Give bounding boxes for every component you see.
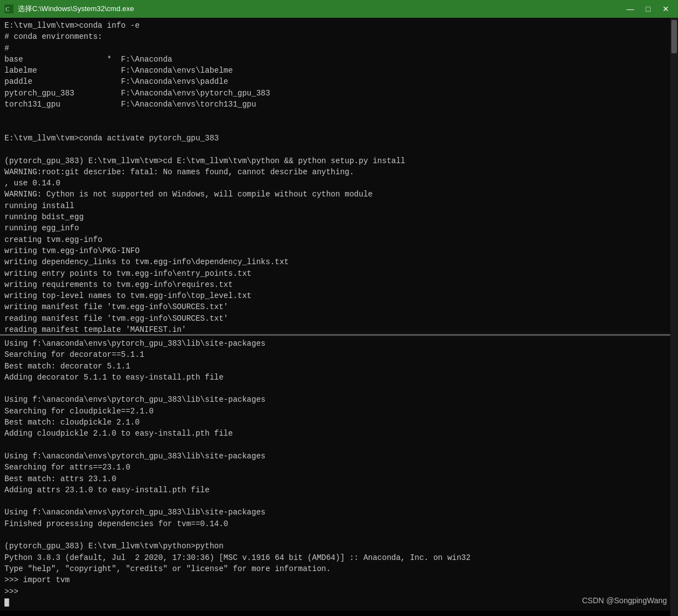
scrollbar-thumb[interactable] bbox=[671, 20, 677, 53]
maximize-button[interactable]: □ bbox=[640, 3, 656, 15]
terminal-container: E:\tvm_llvm\tvm>conda info -e # conda en… bbox=[0, 18, 678, 616]
minimize-button[interactable]: — bbox=[623, 3, 638, 15]
terminal-main: E:\tvm_llvm\tvm>conda info -e # conda en… bbox=[0, 18, 670, 616]
terminal-upper-content[interactable]: E:\tvm_llvm\tvm>conda info -e # conda en… bbox=[0, 18, 670, 334]
terminal-lower-content[interactable]: Using f:\anaconda\envs\pytorch_gpu_383\l… bbox=[0, 336, 670, 610]
title-controls: — □ ✕ bbox=[623, 3, 674, 15]
terminal-upper: E:\tvm_llvm\tvm>conda info -e # conda en… bbox=[0, 18, 670, 334]
cmd-icon: C bbox=[4, 4, 13, 13]
watermark: CSDN @SongpingWang bbox=[582, 596, 667, 605]
svg-text:C: C bbox=[6, 6, 9, 12]
title-bar-left: C 选择C:\Windows\System32\cmd.exe bbox=[4, 4, 134, 14]
terminal-lower: Using f:\anaconda\envs\pytorch_gpu_383\l… bbox=[0, 336, 670, 610]
close-button[interactable]: ✕ bbox=[658, 3, 674, 15]
window: C 选择C:\Windows\System32\cmd.exe — □ ✕ E:… bbox=[0, 0, 678, 616]
scrollbar[interactable] bbox=[670, 18, 678, 616]
window-title: 选择C:\Windows\System32\cmd.exe bbox=[18, 4, 134, 14]
title-bar: C 选择C:\Windows\System32\cmd.exe — □ ✕ bbox=[0, 0, 678, 18]
